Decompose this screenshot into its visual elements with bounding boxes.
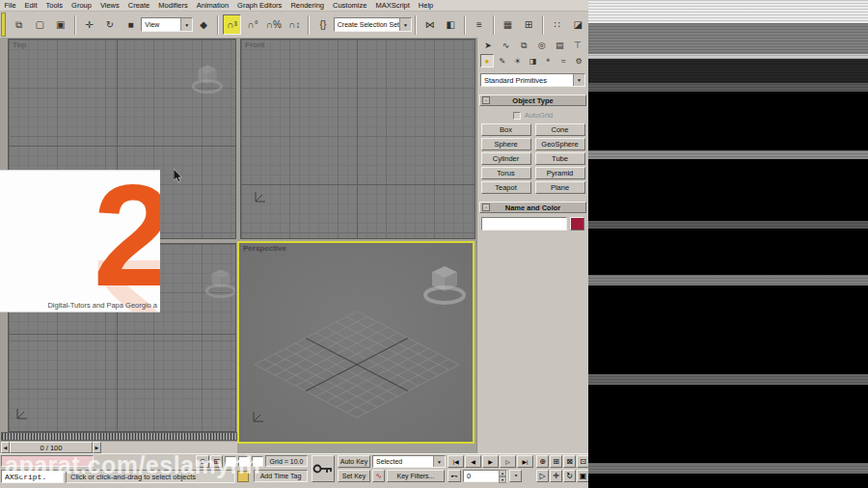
coord-x-field[interactable] xyxy=(225,456,236,467)
spinner-snap-icon[interactable]: ∩↕ xyxy=(285,14,305,35)
hierarchy-tab-icon[interactable]: ⧉ xyxy=(516,39,531,52)
menu-views[interactable]: Views xyxy=(95,1,123,10)
plane-button[interactable]: Plane xyxy=(535,181,585,194)
tube-button[interactable]: Tube xyxy=(535,152,585,165)
object-type-rollout-header[interactable]: - Object Type xyxy=(479,95,586,106)
frame-number-field[interactable]: 0 ▴ ▾ xyxy=(463,470,507,482)
systems-icon[interactable]: ⚙ xyxy=(572,54,585,68)
coord-y-field[interactable] xyxy=(238,456,250,467)
viewport-perspective-active[interactable]: Perspective xyxy=(237,241,475,444)
play-button[interactable]: ▶ xyxy=(482,455,499,468)
cylinder-button[interactable]: Cylinder xyxy=(481,152,531,165)
display-tab-icon[interactable]: ▤ xyxy=(552,39,567,52)
select-and-scale-icon[interactable]: ■ xyxy=(122,14,141,35)
shapes-icon[interactable]: ✎ xyxy=(496,54,509,68)
field-of-view-icon[interactable]: ▷ xyxy=(536,470,549,482)
geosphere-button[interactable]: GeoSphere xyxy=(535,138,585,150)
zoom-icon[interactable]: ⊕ xyxy=(536,455,549,468)
menu-file[interactable]: File xyxy=(0,1,20,10)
select-and-move-icon[interactable]: ✛ xyxy=(80,14,99,35)
mirror-icon[interactable]: ⋈ xyxy=(420,14,440,35)
torus-button[interactable]: Torus xyxy=(481,167,531,179)
maxscript-mini-listener[interactable]: AXScript. xyxy=(1,470,64,483)
time-slider-handle[interactable]: 0 / 100 xyxy=(10,442,93,453)
selection-lock-toggle[interactable]: ⊙ xyxy=(196,455,209,468)
snaps-toggle-icon[interactable]: ∩³ xyxy=(223,14,242,35)
chevron-down-icon[interactable]: ▼ xyxy=(180,18,192,31)
track-bar[interactable] xyxy=(1,432,237,441)
menu-rendering[interactable]: Rendering xyxy=(286,1,329,10)
menu-customize[interactable]: Customize xyxy=(328,1,370,10)
coord-z-field[interactable] xyxy=(252,456,263,467)
utilities-tab-icon[interactable]: ⊤ xyxy=(570,39,585,52)
menu-tools[interactable]: Tools xyxy=(41,1,68,10)
reference-coordsys-dropdown[interactable]: View ▼ xyxy=(141,17,193,32)
zoom-all-icon[interactable]: ⊞ xyxy=(550,455,562,468)
animate-selection-dropdown[interactable]: Selected ▼ xyxy=(372,455,446,468)
spinner-up-icon[interactable]: ▴ xyxy=(499,470,506,476)
chevron-down-icon[interactable]: ▼ xyxy=(399,18,411,31)
select-and-rotate-icon[interactable]: ↻ xyxy=(100,14,120,35)
min-max-toggle-icon[interactable]: ▣ xyxy=(577,470,588,482)
time-configuration-button[interactable]: ◔ xyxy=(509,470,522,482)
cone-button[interactable]: Cone xyxy=(535,123,585,136)
go-to-start-button[interactable]: |◀ xyxy=(448,455,464,468)
viewport-front-label[interactable]: Front xyxy=(245,41,264,49)
transform-type-in-toggle[interactable]: ⊞ xyxy=(210,455,223,468)
layer-manager-icon[interactable]: ≡ xyxy=(470,14,489,35)
arc-rotate-icon[interactable]: ↻ xyxy=(563,470,576,482)
set-key-button[interactable]: Set Key xyxy=(338,470,370,482)
go-to-end-button[interactable]: ▶| xyxy=(517,455,533,468)
key-mode-toggle[interactable]: ⊷ xyxy=(448,470,461,482)
name-and-color-rollout-header[interactable]: - Name and Color xyxy=(479,202,586,213)
sphere-button[interactable]: Sphere xyxy=(481,138,531,150)
modify-tab-icon[interactable]: ∿ xyxy=(499,39,514,52)
named-selection-sets-icon[interactable]: {} xyxy=(313,14,333,35)
unlink-selection-icon[interactable]: ▢ xyxy=(30,14,49,35)
previous-frame-arrow[interactable]: ◀ xyxy=(1,442,10,453)
menu-maxscript[interactable]: MAXScript xyxy=(371,1,414,10)
set-keys-button[interactable] xyxy=(312,455,335,482)
chevron-down-icon[interactable]: ▼ xyxy=(433,456,445,467)
key-tangents-icon[interactable]: ∿ xyxy=(372,470,385,482)
pyramid-button[interactable]: Pyramid xyxy=(535,167,585,179)
align-icon[interactable]: ◧ xyxy=(442,14,461,35)
curve-editor-icon[interactable]: ▦ xyxy=(499,14,518,35)
viewport-top-label[interactable]: Top xyxy=(13,41,26,49)
percent-snap-icon[interactable]: ∩% xyxy=(264,14,284,35)
schematic-view-icon[interactable]: ⊞ xyxy=(519,14,538,35)
render-setup-icon[interactable]: ◪ xyxy=(568,14,587,35)
menu-create[interactable]: Create xyxy=(123,1,154,10)
pan-view-icon[interactable]: ✛ xyxy=(550,470,562,482)
autogrid-checkbox[interactable] xyxy=(513,112,521,120)
menu-animation[interactable]: Animation xyxy=(192,1,232,10)
teapot-button[interactable]: Teapot xyxy=(481,181,531,194)
menu-group[interactable]: Group xyxy=(68,1,96,10)
zoom-extents-icon[interactable]: ⊠ xyxy=(563,455,576,468)
bind-to-space-warp-icon[interactable]: ▣ xyxy=(51,14,70,35)
menu-graph-editors[interactable]: Graph Editors xyxy=(233,1,286,10)
cameras-icon[interactable]: ◨ xyxy=(526,54,539,68)
zoom-extents-all-icon[interactable]: ⊡ xyxy=(577,455,588,468)
viewport-front[interactable]: Front xyxy=(240,39,475,239)
object-name-field[interactable] xyxy=(481,217,567,230)
toolbar-dock-handle[interactable] xyxy=(1,13,6,37)
select-and-link-icon[interactable]: ⧉ xyxy=(10,14,29,35)
previous-frame-button[interactable]: ◀ xyxy=(465,455,481,468)
angle-snap-icon[interactable]: ∩° xyxy=(243,14,262,35)
box-button[interactable]: Box xyxy=(481,123,531,136)
add-time-tag-button[interactable]: Add Time Tag xyxy=(254,470,308,482)
object-color-swatch[interactable] xyxy=(570,217,584,230)
create-tab-icon[interactable]: ➤ xyxy=(480,39,496,52)
lights-icon[interactable]: ☀ xyxy=(511,54,525,68)
collapse-icon[interactable]: - xyxy=(482,203,490,211)
menu-help[interactable]: Help xyxy=(414,1,437,10)
named-selection-set-dropdown[interactable]: Create Selection Set ▼ xyxy=(334,17,412,32)
prompt-help-icon[interactable] xyxy=(237,471,249,482)
space-warps-icon[interactable]: ≈ xyxy=(556,54,570,68)
menu-modifiers[interactable]: Modifiers xyxy=(154,1,192,10)
viewport-perspective-label[interactable]: Perspective xyxy=(243,244,286,253)
chevron-down-icon[interactable]: ▼ xyxy=(573,74,584,86)
primitive-category-dropdown[interactable]: Standard Primitives ▼ xyxy=(480,73,585,87)
next-frame-arrow[interactable]: ▶ xyxy=(93,442,101,453)
